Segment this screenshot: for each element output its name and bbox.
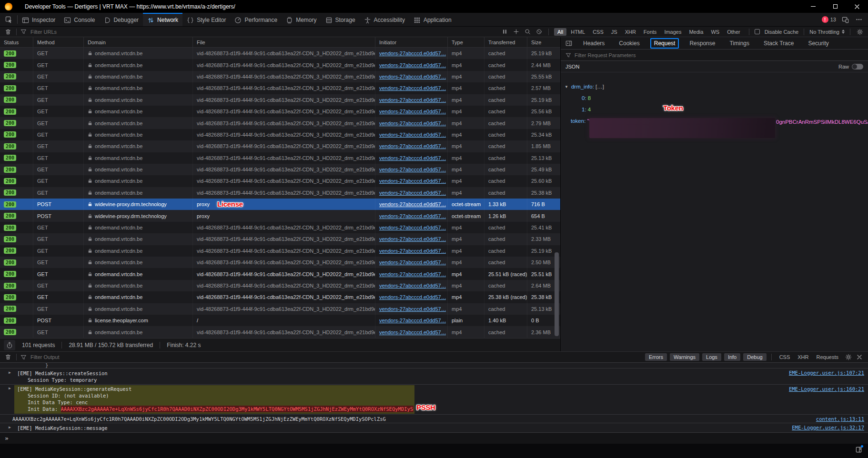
type-filter-all[interactable]: All bbox=[554, 28, 566, 36]
tree-row-item0[interactable]: 0: 8 bbox=[561, 92, 868, 104]
tab-accessibility[interactable]: Accessibility bbox=[360, 13, 409, 26]
tab-storage[interactable]: Storage bbox=[321, 13, 360, 26]
split-console-button[interactable] bbox=[855, 446, 862, 453]
expand-arrow-icon[interactable]: ▶ bbox=[9, 370, 11, 375]
initiator-link[interactable]: vendors-27abcccd.e0dd57… bbox=[379, 132, 446, 138]
initiator-link[interactable]: vendors-27abcccd.e0dd57… bbox=[379, 201, 446, 207]
initiator-link[interactable]: vendors-27abcccd.e0dd57… bbox=[379, 213, 446, 219]
request-row[interactable]: 200GETondemand.vrtcdn.bevid-48268873-d1f… bbox=[0, 48, 560, 59]
initiator-link[interactable]: vendors-27abcccd.e0dd57… bbox=[379, 74, 446, 80]
tab-console[interactable]: Console bbox=[60, 13, 99, 26]
request-row[interactable]: 200POSTwidevine-proxy.drm.technologyprox… bbox=[0, 199, 560, 210]
request-row[interactable]: 200GETondemand.vrtcdn.bevid-48268873-d1f… bbox=[0, 140, 560, 152]
source-link[interactable]: EME-Logger.user.js:32:17 bbox=[792, 425, 864, 430]
type-filter-ws[interactable]: WS bbox=[707, 28, 723, 36]
tab-application[interactable]: Application bbox=[409, 13, 456, 26]
details-tab-security[interactable]: Security bbox=[804, 38, 832, 49]
column-header-initiator[interactable]: Initiator bbox=[375, 37, 448, 47]
request-row[interactable]: 200GETondemand.vrtcdn.bevid-48268873-d1f… bbox=[0, 164, 560, 175]
filter-output-input[interactable]: Filter Output bbox=[30, 354, 60, 360]
initiator-link[interactable]: vendors-27abcccd.e0dd57… bbox=[379, 329, 446, 335]
request-row[interactable]: 200GETondemand.vrtcdn.bevid-48268873-d1f… bbox=[0, 82, 560, 94]
category-filter-xhr[interactable]: XHR bbox=[795, 354, 811, 360]
console-settings-button[interactable] bbox=[844, 353, 853, 361]
close-button[interactable] bbox=[846, 0, 868, 13]
tab-memory[interactable]: Memory bbox=[282, 13, 321, 26]
panel-splitter[interactable] bbox=[560, 37, 561, 351]
tree-row-item1[interactable]: 1: 4 bbox=[561, 104, 868, 115]
network-settings-button[interactable] bbox=[856, 28, 864, 36]
category-filter-css[interactable]: CSS bbox=[777, 354, 793, 360]
console-message-createsession[interactable]: ▶ [EME] MediaKeys::createSession Session… bbox=[0, 368, 868, 385]
type-filter-css[interactable]: CSS bbox=[589, 28, 607, 36]
initiator-link[interactable]: vendors-27abcccd.e0dd57… bbox=[379, 109, 446, 114]
type-filter-js[interactable]: JS bbox=[608, 28, 621, 36]
request-row[interactable]: 200GETondemand.vrtcdn.bevid-48268873-d1f… bbox=[0, 117, 560, 129]
tab-inspector[interactable]: Inspector bbox=[18, 13, 60, 26]
level-filter-debug[interactable]: Debug bbox=[743, 353, 766, 361]
devtools-menu-button[interactable] bbox=[855, 15, 863, 24]
source-link[interactable]: content.js:13:11 bbox=[816, 416, 864, 422]
type-filter-images[interactable]: Images bbox=[661, 28, 685, 36]
tab-debugger[interactable]: Debugger bbox=[99, 13, 143, 26]
request-row[interactable]: 200GETondemand.vrtcdn.bevid-48268873-d1f… bbox=[0, 257, 560, 268]
details-tab-timings[interactable]: Timings bbox=[726, 38, 753, 49]
category-filter-requests[interactable]: Requests bbox=[814, 354, 841, 360]
details-tab-request[interactable]: Request bbox=[650, 38, 679, 49]
initiator-link[interactable]: vendors-27abcccd.e0dd57… bbox=[379, 155, 446, 161]
request-row[interactable]: 200GETondemand.vrtcdn.bevid-48268873-d1f… bbox=[0, 187, 560, 199]
initiator-link[interactable]: vendors-27abcccd.e0dd57… bbox=[379, 248, 446, 254]
request-row[interactable]: 200GETondemand.vrtcdn.bevid-48268873-d1f… bbox=[0, 303, 560, 315]
toggle-details-pane-button[interactable] bbox=[565, 40, 572, 47]
request-row[interactable]: 200GETondemand.vrtcdn.bevid-48268873-d1f… bbox=[0, 152, 560, 164]
details-tab-headers[interactable]: Headers bbox=[579, 38, 608, 49]
source-link[interactable]: EME-Logger.user.js:160:21 bbox=[789, 386, 864, 392]
level-filter-logs[interactable]: Logs bbox=[702, 353, 721, 361]
request-row[interactable]: 200GETondemand.vrtcdn.bevid-48268873-d1f… bbox=[0, 94, 560, 106]
request-row[interactable]: 200GETondemand.vrtcdn.bevid-48268873-d1f… bbox=[0, 326, 560, 338]
level-filter-warnings[interactable]: Warnings bbox=[670, 353, 699, 361]
request-row[interactable]: 200GETondemand.vrtcdn.bevid-48268873-d1f… bbox=[0, 59, 560, 70]
initiator-link[interactable]: vendors-27abcccd.e0dd57… bbox=[379, 236, 446, 242]
error-badge-icon[interactable]: ! bbox=[822, 16, 828, 23]
expand-arrow-icon[interactable]: ▶ bbox=[9, 425, 11, 429]
initiator-link[interactable]: vendors-27abcccd.e0dd57… bbox=[379, 62, 446, 68]
responsive-design-button[interactable] bbox=[841, 15, 850, 24]
type-filter-media[interactable]: Media bbox=[686, 28, 707, 36]
column-header-method[interactable]: Method bbox=[33, 37, 84, 47]
clear-requests-button[interactable] bbox=[4, 28, 12, 36]
details-tab-stack-trace[interactable]: Stack Trace bbox=[760, 38, 797, 49]
close-console-button[interactable] bbox=[856, 353, 863, 361]
initiator-link[interactable]: vendors-27abcccd.e0dd57… bbox=[379, 271, 446, 277]
request-row[interactable]: 200GETondemand.vrtcdn.bevid-48268873-d1f… bbox=[0, 129, 560, 140]
request-row[interactable]: 200POSTlicense.theoplayer.com/vendors-27… bbox=[0, 315, 560, 326]
initiator-link[interactable]: vendors-27abcccd.e0dd57… bbox=[379, 143, 446, 149]
disable-cache-checkbox[interactable]: Disable Cache bbox=[755, 29, 799, 35]
performance-analysis-button[interactable] bbox=[4, 340, 15, 350]
pause-recording-button[interactable] bbox=[501, 28, 509, 36]
initiator-link[interactable]: vendors-27abcccd.e0dd57… bbox=[379, 178, 446, 184]
tab-network[interactable]: Network bbox=[143, 13, 182, 26]
initiator-link[interactable]: vendors-27abcccd.e0dd57… bbox=[379, 225, 446, 230]
block-request-button[interactable] bbox=[535, 28, 543, 36]
type-filter-html[interactable]: HTML bbox=[567, 28, 588, 36]
filter-request-parameters-input[interactable]: Filter Request Parameters bbox=[575, 52, 636, 58]
search-button[interactable] bbox=[524, 28, 532, 36]
tab-performance[interactable]: Performance bbox=[230, 13, 282, 26]
level-filter-info[interactable]: Info bbox=[724, 353, 740, 361]
type-filter-other[interactable]: Other bbox=[724, 28, 744, 36]
expand-arrow-icon[interactable]: ▶ bbox=[9, 386, 11, 390]
tree-row-drm-info[interactable]: ▼drm_info: […] bbox=[561, 81, 868, 92]
new-request-button[interactable] bbox=[512, 28, 520, 36]
maximize-button[interactable] bbox=[824, 0, 846, 13]
console-message-keysession-message[interactable]: ▶ [EME] MediaKeySession::message EME-Log… bbox=[0, 423, 868, 432]
initiator-link[interactable]: vendors-27abcccd.e0dd57… bbox=[379, 85, 446, 91]
source-link[interactable]: EME-Logger.user.js:107:21 bbox=[789, 370, 864, 376]
column-header-domain[interactable]: Domain bbox=[84, 37, 193, 47]
initiator-link[interactable]: vendors-27abcccd.e0dd57… bbox=[379, 97, 446, 103]
element-picker-button[interactable] bbox=[0, 13, 17, 26]
filter-urls-input[interactable]: Filter URLs bbox=[30, 29, 57, 35]
initiator-link[interactable]: vendors-27abcccd.e0dd57… bbox=[379, 259, 446, 265]
initiator-link[interactable]: vendors-27abcccd.e0dd57… bbox=[379, 318, 446, 323]
request-row[interactable]: 200GETondemand.vrtcdn.bevid-48268873-d1f… bbox=[0, 268, 560, 279]
